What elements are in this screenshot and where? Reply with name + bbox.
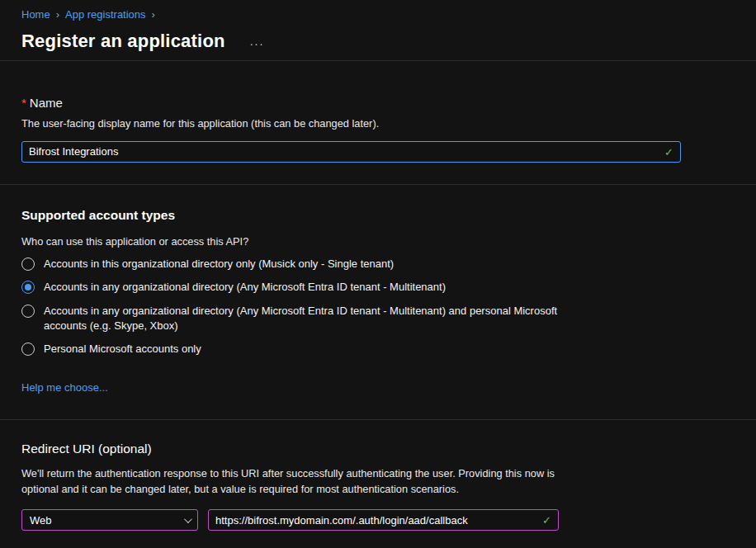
help-me-choose-link[interactable]: Help me choose... — [21, 381, 108, 394]
radio-button-icon — [21, 305, 35, 318]
redirect-uri-controls: Web ✓ — [21, 509, 735, 531]
account-type-option-single-tenant[interactable]: Accounts in this organizational director… — [21, 257, 735, 272]
platform-selected-value: Web — [30, 514, 52, 527]
register-application-page: Home › App registrations › Register an a… — [0, 0, 756, 548]
breadcrumb-app-registrations-link[interactable]: App registrations — [65, 8, 146, 21]
account-type-option-multitenant[interactable]: Accounts in any organizational directory… — [21, 280, 735, 295]
radio-button-icon — [21, 257, 35, 271]
divider — [0, 184, 756, 185]
breadcrumb-separator-icon: › — [56, 8, 59, 21]
radio-option-label: Accounts in any organizational directory… — [44, 304, 576, 333]
account-types-question: Who can use this application or access t… — [21, 235, 735, 249]
account-type-option-multitenant-personal[interactable]: Accounts in any organizational directory… — [21, 304, 735, 333]
radio-button-icon — [21, 342, 35, 356]
radio-button-icon — [21, 281, 35, 294]
name-input-container: ✓ — [21, 141, 681, 163]
divider — [0, 419, 756, 420]
platform-select-dropdown[interactable]: Web — [21, 509, 198, 531]
radio-option-label: Accounts in this organizational director… — [44, 257, 394, 272]
name-field-label-row: *Name — [21, 96, 735, 110]
breadcrumb: Home › App registrations › — [21, 0, 735, 21]
title-row: Register an application ... — [21, 31, 735, 52]
breadcrumb-home-link[interactable]: Home — [21, 8, 50, 21]
name-field-description: The user-facing display name for this ap… — [21, 117, 735, 131]
chevron-down-icon — [184, 515, 192, 523]
redirect-uri-input[interactable] — [208, 509, 559, 531]
more-options-button[interactable]: ... — [250, 35, 265, 48]
name-field-label: Name — [30, 96, 63, 110]
redirect-uri-heading: Redirect URI (optional) — [21, 442, 735, 456]
radio-option-label: Personal Microsoft accounts only — [44, 342, 201, 357]
breadcrumb-separator-icon: › — [152, 8, 155, 21]
radio-option-label: Accounts in any organizational directory… — [44, 280, 446, 295]
redirect-uri-input-container: ✓ — [208, 509, 559, 531]
required-asterisk: * — [21, 96, 26, 110]
account-type-radio-group: Accounts in this organizational director… — [21, 257, 735, 357]
page-title: Register an application — [21, 31, 225, 52]
name-input[interactable] — [21, 141, 681, 163]
supported-account-types-heading: Supported account types — [21, 208, 735, 223]
redirect-uri-description: We'll return the authentication response… — [21, 466, 576, 497]
divider — [0, 60, 756, 61]
account-type-option-personal-only[interactable]: Personal Microsoft accounts only — [21, 342, 735, 357]
